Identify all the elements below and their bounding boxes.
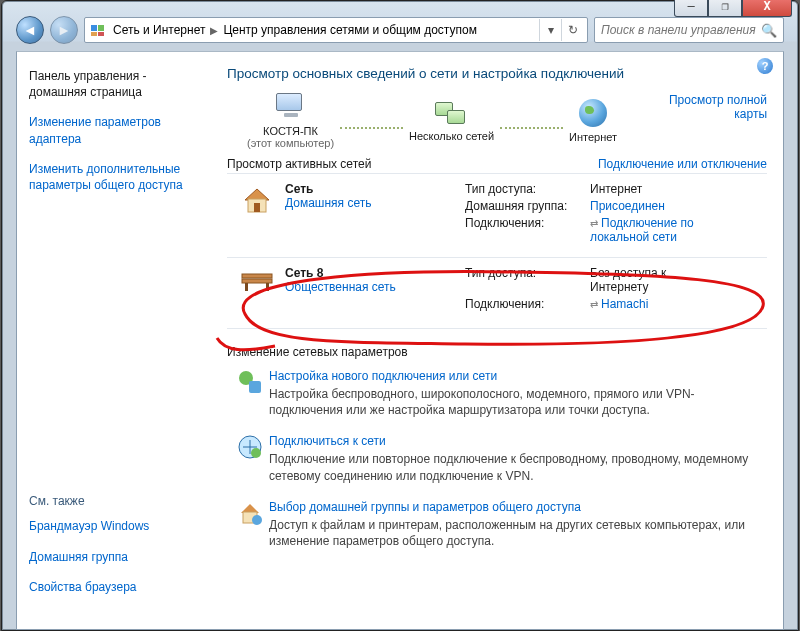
svg-rect-9 [245,283,248,291]
homegroup-icon [237,500,263,526]
svg-point-17 [252,515,262,525]
net2-access-value: Без доступа кИнтернету [590,266,765,294]
network-category-link[interactable]: Общественная сеть [285,280,396,294]
sidebar: Панель управления - домашняя страница Из… [17,52,221,629]
sidebar-sharing-settings[interactable]: Изменить дополнительные параметры общего… [29,161,209,193]
window-frame: — ❐ X ◄ ► Сеть и Интернет ▶ Центр управл… [1,0,799,631]
svg-rect-0 [91,25,97,31]
network-block-public: Сеть 8 Общественная сеть Тип доступа: Бе… [227,258,767,322]
refresh-button[interactable]: ↻ [561,19,583,41]
connect-network-icon [237,434,263,460]
nav-back-button[interactable]: ◄ [16,16,44,44]
map-link-line [500,127,563,129]
connect-disconnect-link[interactable]: Подключение или отключение [598,157,767,171]
network-block-home: Сеть Домашняя сеть Тип доступа: Интернет… [227,174,767,255]
map-link-line [340,127,403,129]
see-also-heading: См. также [29,494,209,508]
adapter-icon: ⇄ [590,218,598,229]
bench-icon [240,270,274,292]
svg-rect-3 [98,32,104,36]
task-connect-link[interactable]: Подключиться к сети [269,434,386,448]
change-settings-heading: Изменение сетевых параметров [227,345,767,359]
task-homegroup-sharing[interactable]: Выбор домашней группы и параметров общег… [227,500,767,549]
network-name: Сеть 8 [285,266,323,280]
seealso-browser[interactable]: Свойства браузера [29,579,209,595]
page-title: Просмотр основных сведений о сети и наст… [227,66,767,81]
networks-icon [435,100,469,126]
adapter-icon: ⇄ [590,299,598,310]
globe-icon [579,99,607,127]
breadcrumb-seg-network[interactable]: Сеть и Интернет [113,23,205,37]
seealso-firewall[interactable]: Брандмауэр Windows [29,518,209,534]
svg-rect-2 [91,32,97,36]
search-icon: 🔍 [761,23,777,38]
breadcrumb-dropdown[interactable]: ▾ [539,19,561,41]
breadcrumb-seg-center[interactable]: Центр управления сетями и общим доступом [223,23,477,37]
breadcrumb-bar[interactable]: Сеть и Интернет ▶ Центр управления сетям… [84,17,588,43]
lan-connection-link[interactable]: Подключение полокальной сети [590,216,694,244]
map-node-pc[interactable]: КОСТЯ-ПК (этот компьютер) [247,93,334,149]
search-box[interactable]: 🔍 [594,17,784,43]
net1-access-value: Интернет [590,182,765,196]
svg-point-14 [251,448,261,458]
svg-rect-7 [242,274,272,278]
network-category-link[interactable]: Домашняя сеть [285,196,371,210]
svg-rect-8 [242,279,272,283]
svg-rect-6 [254,203,260,212]
setup-connection-icon [237,369,263,395]
map-node-internet[interactable]: Интернет [569,99,617,143]
active-networks-heading: Просмотр активных сетей [227,157,371,171]
hamachi-connection-link[interactable]: Hamachi [601,297,648,311]
sidebar-home[interactable]: Панель управления - домашняя страница [29,68,209,100]
homegroup-status-link[interactable]: Присоединен [590,199,665,213]
task-homegroup-link[interactable]: Выбор домашней группы и параметров общег… [269,500,581,514]
network-name: Сеть [285,182,313,196]
svg-marker-4 [245,189,269,200]
svg-rect-1 [98,25,104,31]
map-node-multi[interactable]: Несколько сетей [409,100,494,142]
svg-rect-12 [249,381,261,393]
view-full-map-link[interactable]: Просмотр полной карты [637,93,767,121]
task-new-connection[interactable]: Настройка нового подключения или сети На… [227,369,767,418]
task-connect-network[interactable]: Подключиться к сети Подключение или повт… [227,434,767,483]
house-icon [241,186,273,214]
svg-rect-10 [266,283,269,291]
sidebar-adapter-settings[interactable]: Изменение параметров адаптера [29,114,209,146]
nav-forward-button[interactable]: ► [50,16,78,44]
seealso-homegroup[interactable]: Домашняя группа [29,549,209,565]
task-new-connection-link[interactable]: Настройка нового подключения или сети [269,369,497,383]
search-input[interactable] [601,23,761,37]
monitor-icon [276,93,306,121]
control-panel-icon [89,21,107,39]
main-pane: Просмотр основных сведений о сети и наст… [221,52,783,629]
chevron-right-icon: ▶ [210,25,218,36]
